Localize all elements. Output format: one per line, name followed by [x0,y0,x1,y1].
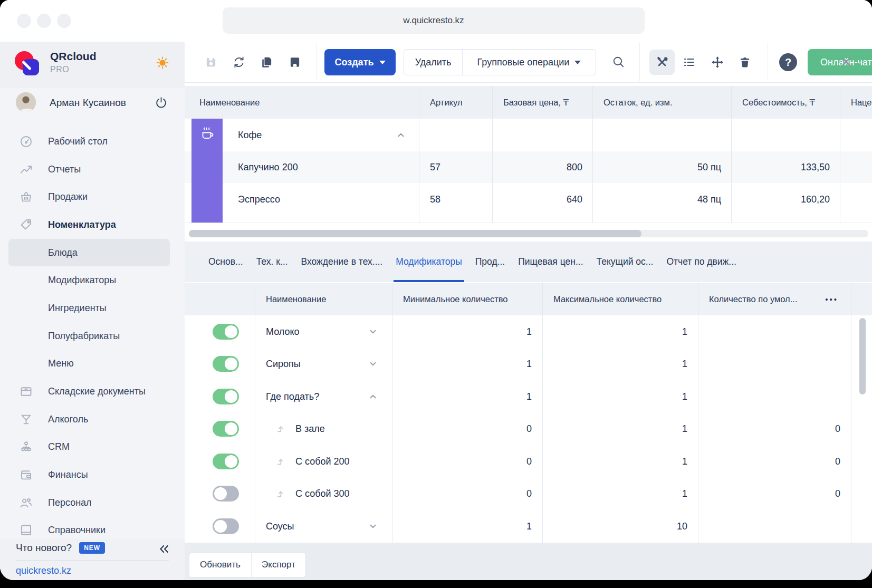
vertical-scrollbar-thumb[interactable] [859,318,866,394]
window-control-icon[interactable] [57,14,71,28]
modifier-toggle[interactable] [213,324,239,340]
sidebar-item-меню[interactable]: Меню [0,350,185,378]
window-control-icon[interactable] [17,14,31,28]
chevron-down-icon[interactable] [368,326,378,337]
modifier-max-qty[interactable]: 10 [677,520,687,532]
modifier-row-в-зале[interactable]: В зале010 [185,413,872,446]
tab-основ[interactable]: Основ... [208,242,243,282]
sidebar-item-блюда[interactable]: Блюда [8,239,170,267]
tab-прод[interactable]: Прод... [475,242,505,282]
tab-тех-к[interactable]: Тех. к... [256,242,288,282]
modifiers-header-cell[interactable]: Минимальное количество [392,283,542,315]
product-row-эспрессо[interactable]: Эспрессо5864048 пц160,20 [185,183,872,216]
more-columns-icon[interactable]: ••• [825,295,838,304]
modifier-row-соусы[interactable]: Соусы110 [185,510,872,543]
modifier-row-с-собой-300[interactable]: С собой 300010 [185,478,872,511]
refresh-icon[interactable] [232,55,246,69]
theme-brightness-icon[interactable] [155,55,170,70]
sidebar-item-отчеты[interactable]: Отчеты [0,156,185,184]
modifier-toggle[interactable] [213,454,239,469]
products-header-cell[interactable]: Себестоимость, ₸ [731,86,840,119]
sidebar-item-рабочий-стол[interactable]: Рабочий стол [0,128,185,156]
modifier-min-qty[interactable]: 1 [526,391,532,402]
sidebar-item-ингредиенты[interactable]: Ингредиенты [0,294,185,322]
modifier-row-сиропы[interactable]: Сиропы11 [185,348,872,381]
tab-вхождение-в-тех[interactable]: Вхождение в тех.... [301,242,382,282]
trash-icon[interactable] [738,55,752,69]
help-button[interactable]: ? [779,53,797,71]
chevron-up-icon[interactable] [368,391,378,402]
modifier-row-молоко[interactable]: Молоко11 [185,315,872,349]
tab-отчет-по-движ[interactable]: Отчет по движ... [666,242,736,282]
horizontal-scrollbar-thumb[interactable] [189,230,641,237]
sidebar-item-персонал[interactable]: Персонал [0,489,185,517]
modifier-min-qty[interactable]: 0 [526,456,532,467]
modifier-default-qty[interactable]: 0 [835,423,840,435]
avatar[interactable] [16,92,36,112]
chevron-down-icon[interactable] [368,359,378,369]
close-panel-icon[interactable] [839,54,854,69]
modifier-toggle[interactable] [213,518,239,534]
duplicate-icon[interactable] [260,55,274,69]
modifier-default-qty[interactable]: 0 [835,488,840,499]
save-icon[interactable] [204,55,218,69]
address-bar[interactable]: w.quickresto.kz [223,7,645,34]
modifier-row-с-собой-200[interactable]: С собой 200010 [185,445,872,478]
refresh-button[interactable]: Обновить [189,553,252,577]
modifier-max-qty[interactable]: 1 [682,359,687,370]
logout-power-icon[interactable] [155,96,168,109]
window-control-icon[interactable] [37,14,51,28]
modifiers-header-cell[interactable]: Наименование [255,283,392,315]
products-header-cell[interactable]: Наце [840,86,872,119]
move-icon[interactable] [711,55,724,69]
list-view-icon[interactable] [682,55,696,69]
product-row-partial[interactable] [185,216,872,223]
whats-new-link[interactable]: Что нового? NEW [16,542,105,554]
modifier-max-qty[interactable]: 1 [682,488,687,499]
open-card-icon[interactable] [288,55,302,69]
product-row-капучино-200[interactable]: Капучино 2005780050 пц133,50 [185,151,872,184]
products-header-cell[interactable]: Наименование [189,86,419,119]
modifiers-header-cell[interactable] [189,283,255,315]
modifier-min-qty[interactable]: 1 [526,520,532,532]
sidebar-item-финансы[interactable]: Финансы [0,461,185,489]
product-group-row[interactable]: Кофе [185,119,872,152]
group-operations-button[interactable]: Групповые операции [463,50,596,75]
modifier-max-qty[interactable]: 1 [682,326,687,337]
export-button[interactable]: Экспорт [252,553,305,577]
modifiers-header-cell[interactable]: Количество по умол...••• [698,283,851,315]
modifier-min-qty[interactable]: 0 [526,488,532,499]
sidebar-item-складские-документы[interactable]: Складские документы [0,378,185,406]
modifier-max-qty[interactable]: 1 [682,391,687,402]
modifier-min-qty[interactable]: 1 [526,359,532,370]
tab-пищевая-цен[interactable]: Пищевая цен... [518,242,583,282]
site-link[interactable]: quickresto.kz [16,565,71,576]
modifier-toggle[interactable] [213,486,239,502]
modifier-min-qty[interactable]: 1 [526,326,532,337]
modifier-toggle[interactable] [213,421,239,437]
tab-текущий-ос[interactable]: Текущий ос... [597,242,654,282]
products-header-cell[interactable]: Артикул [419,86,492,119]
sidebar-item-crm[interactable]: CRM [0,433,185,461]
modifier-default-qty[interactable]: 0 [835,456,840,467]
sidebar-item-модификаторы[interactable]: Модификаторы [0,266,185,294]
settings-tools-button[interactable] [649,50,675,75]
products-header-cell[interactable]: Остаток, ед. изм. [592,86,731,119]
delete-button[interactable]: Удалить [404,50,463,75]
sidebar-item-номенклатура[interactable]: Номенклатура [0,211,185,239]
chevron-up-icon[interactable] [396,130,406,140]
modifier-row-где-подать[interactable]: Где подать?11 [185,380,872,413]
create-button[interactable]: Создать [324,49,396,75]
modifier-max-qty[interactable]: 1 [682,456,687,467]
modifiers-header-cell[interactable]: Максимальное количество [542,283,698,315]
modifier-toggle[interactable] [213,356,239,372]
search-icon[interactable] [611,55,625,69]
collapse-sidebar-icon[interactable] [158,543,170,555]
modifier-toggle[interactable] [213,389,239,404]
tab-модификаторы[interactable]: Модификаторы [396,242,462,282]
sidebar-item-алкоголь[interactable]: Алкоголь [0,406,185,433]
sidebar-item-полуфабрикаты[interactable]: Полуфабрикаты [0,322,185,350]
chevron-down-icon[interactable] [368,521,378,532]
products-header-cell[interactable]: Базовая цена, ₸ [492,86,592,119]
modifier-min-qty[interactable]: 0 [526,423,532,435]
